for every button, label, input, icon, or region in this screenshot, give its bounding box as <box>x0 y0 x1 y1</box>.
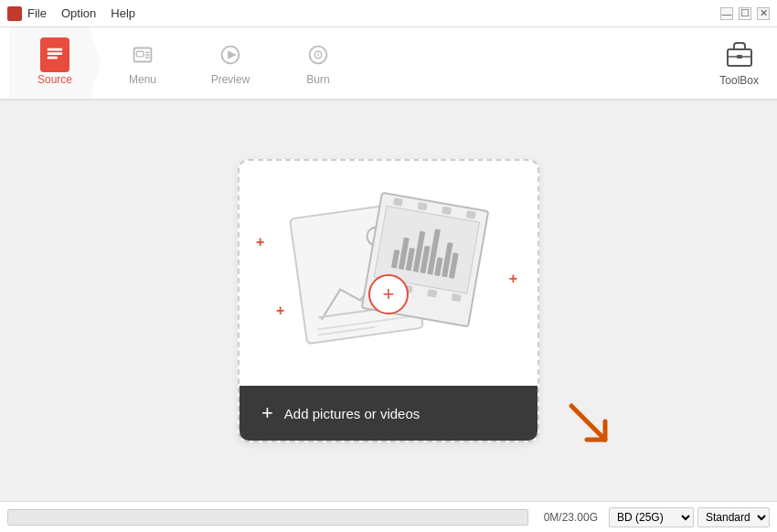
menu-icon <box>129 41 156 69</box>
arrow-svg <box>567 401 612 447</box>
film-hole <box>392 197 402 207</box>
menu-file[interactable]: File <box>27 6 47 20</box>
plus-circle: + <box>368 274 409 314</box>
status-bar: 0M/23.00G BD (25G) DVD (4.7G) CD (700M) … <box>0 501 777 532</box>
toolbox-icon <box>724 40 755 72</box>
film-hole <box>417 202 427 211</box>
menu-option[interactable]: Option <box>61 6 96 20</box>
film-chart <box>387 217 466 283</box>
quality-select[interactable]: Standard High Low <box>697 507 770 527</box>
svg-point-12 <box>317 54 319 56</box>
deco-plus-2: + <box>509 271 517 287</box>
close-button[interactable]: ✕ <box>757 7 770 20</box>
nav-step-source[interactable]: Source <box>9 27 101 99</box>
toolbox-button[interactable]: ToolBox <box>719 40 759 87</box>
source-step-label: Source <box>37 73 72 86</box>
status-size: 0M/23.00G <box>532 511 605 524</box>
menu-help[interactable]: Help <box>111 6 135 20</box>
nav-step-burn[interactable]: Burn <box>272 27 364 99</box>
menu-step-label: Menu <box>129 73 156 86</box>
preview-step-label: Preview <box>211 73 250 86</box>
menu-step-icon <box>128 40 157 69</box>
maximize-button[interactable]: ☐ <box>739 7 751 20</box>
film-hole <box>451 293 461 303</box>
nav-step-preview[interactable]: Preview <box>185 27 276 99</box>
disc-select[interactable]: BD (25G) DVD (4.7G) CD (700M) <box>609 507 694 527</box>
toolbar: Source Menu Pre <box>0 27 777 101</box>
svg-line-16 <box>571 406 605 440</box>
svg-rect-4 <box>136 51 144 57</box>
add-bar[interactable]: + Add pictures or videos <box>239 386 538 441</box>
svg-rect-0 <box>48 48 63 51</box>
deco-plus-1: + <box>256 234 264 250</box>
deco-plus-3: + <box>276 303 284 319</box>
toolbox-label: ToolBox <box>719 74 759 87</box>
preview-step-icon <box>216 40 245 69</box>
film-hole <box>465 210 475 219</box>
title-bar: File Option Help — ☐ ✕ <box>0 0 777 27</box>
svg-rect-2 <box>48 57 58 59</box>
source-icon <box>45 45 65 65</box>
film-hole <box>442 206 452 215</box>
plus-circle-icon: + <box>383 284 395 304</box>
burn-step-icon <box>303 40 333 69</box>
main-content: + + + <box>0 101 777 501</box>
arrow-indicator <box>567 401 612 451</box>
source-step-icon <box>40 40 69 69</box>
burn-step-label: Burn <box>306 73 329 86</box>
toolbox-svg <box>724 40 755 68</box>
burn-icon <box>304 41 332 69</box>
svg-rect-1 <box>48 52 63 55</box>
window-controls: — ☐ ✕ <box>720 7 770 20</box>
progress-bar <box>7 509 528 526</box>
drop-zone-inner: + + + <box>239 161 538 386</box>
preview-icon <box>217 41 244 69</box>
svg-marker-9 <box>228 50 236 59</box>
illustration: + <box>297 191 480 356</box>
add-bar-text: Add pictures or videos <box>284 406 420 421</box>
drop-zone[interactable]: + + + <box>238 159 539 442</box>
film-hole <box>427 289 437 298</box>
nav-steps: Source Menu Pre <box>9 27 364 99</box>
add-bar-plus-icon: + <box>261 403 273 423</box>
menu-bar: File Option Help <box>27 6 135 20</box>
nav-step-menu[interactable]: Menu <box>97 27 188 99</box>
app-icon <box>7 6 22 21</box>
svg-rect-15 <box>737 55 742 59</box>
minimize-button[interactable]: — <box>720 7 733 20</box>
